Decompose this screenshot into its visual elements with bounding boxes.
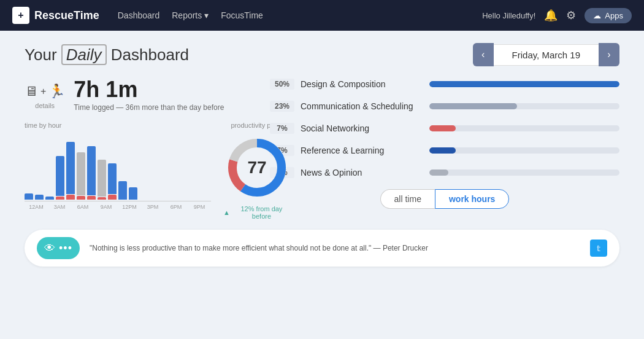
cat-bar — [429, 147, 456, 154]
nav-links: Dashboard Reports ▾ FocusTime — [118, 10, 263, 20]
cat-bar — [429, 125, 456, 131]
bar-group — [77, 152, 85, 200]
greeting: Hello Jilleduffy! — [482, 11, 535, 20]
time-detail: Time logged — 36m more than the day befo… — [74, 103, 224, 112]
bar-blue — [108, 163, 117, 194]
cat-pct: 7% — [270, 123, 294, 134]
next-date-button[interactable]: › — [599, 43, 619, 66]
eye-button[interactable]: 👁 ••• — [37, 237, 80, 259]
bar-blue — [129, 187, 137, 200]
bar-blue — [56, 156, 64, 196]
bar-red — [66, 195, 75, 200]
title-daily: Daily — [61, 44, 107, 65]
bar-group — [129, 187, 137, 200]
device-icons: 🖥 + 🏃 — [25, 79, 65, 99]
cat-name: Social Networking — [301, 123, 423, 133]
dashboard-body: 🖥 + 🏃 details 7h 1m Time logged — 36m mo… — [25, 79, 619, 220]
cat-bar — [429, 81, 619, 87]
main-content: Your Daily Dashboard ‹ Friday, March 19 … — [0, 31, 644, 279]
settings-gear-icon[interactable]: ⚙ — [566, 9, 576, 22]
quote-text: "Nothing is less productive than to make… — [90, 244, 580, 252]
left-panel: 🖥 + 🏃 details 7h 1m Time logged — 36m mo… — [25, 79, 251, 220]
bar-chart — [25, 134, 211, 201]
cat-pct: 23% — [270, 101, 294, 112]
cat-bar-wrap — [429, 147, 619, 154]
category-row: 7% Social Networking — [270, 123, 619, 134]
prev-date-button[interactable]: ‹ — [473, 43, 494, 66]
nav-reports[interactable]: Reports ▾ — [172, 10, 209, 20]
notification-bell-icon[interactable]: 🔔 — [544, 9, 558, 22]
eye-icon: 👁 — [44, 242, 55, 255]
time-labels: 12AM 3AM 6AM 9AM 12PM 3PM 6PM 9PM — [25, 204, 211, 210]
time-label: 6PM — [164, 204, 188, 210]
bar-red — [77, 196, 85, 200]
bar-blue — [45, 197, 54, 200]
brand-name: RescueTime — [34, 9, 99, 22]
apps-button[interactable]: ☁ Apps — [585, 8, 632, 23]
bar-group — [87, 146, 96, 200]
nav-focustime[interactable]: FocusTime — [221, 10, 263, 20]
cat-bar-wrap — [429, 81, 619, 87]
time-logged: 7h 1m Time logged — 36m more than the da… — [74, 79, 224, 112]
dots-icon: ••• — [59, 242, 72, 255]
bar-group — [118, 181, 127, 200]
nav-dashboard[interactable]: Dashboard — [118, 10, 160, 20]
time-label: 3PM — [141, 204, 164, 210]
time-summary: 🖥 + 🏃 details 7h 1m Time logged — 36m mo… — [25, 79, 251, 112]
twitter-button[interactable]: 𝕥 — [590, 240, 607, 257]
bar-blue — [66, 142, 75, 194]
work-hours-button[interactable]: work hours — [435, 189, 509, 209]
bar-red — [108, 195, 117, 200]
bar-red — [87, 196, 96, 200]
time-label: 3AM — [48, 204, 71, 210]
page-title: Your Daily Dashboard — [25, 45, 189, 64]
category-row: 5% News & Opinion — [270, 167, 619, 178]
time-label: 9PM — [188, 204, 211, 210]
cat-bar — [429, 170, 448, 176]
device-icons-group: 🖥 + 🏃 details — [25, 79, 65, 109]
twitter-icon: 𝕥 — [597, 244, 600, 253]
current-date: Friday, March 19 — [494, 44, 599, 66]
bar-red — [98, 197, 106, 200]
big-time: 7h 1m — [74, 79, 224, 101]
title-post: Dashboard — [111, 45, 189, 64]
bar-gray — [98, 160, 106, 197]
time-label: 12PM — [118, 204, 141, 210]
arrow-up-icon: ▲ — [223, 209, 230, 216]
cat-pct: 50% — [270, 79, 294, 90]
bar-group — [25, 193, 33, 200]
bar-red — [56, 197, 64, 200]
running-icon: 🏃 — [48, 84, 65, 99]
pulse-donut: 77 — [223, 134, 291, 201]
cat-name: Reference & Learning — [301, 146, 423, 155]
category-row: 7% Reference & Learning — [270, 145, 619, 156]
bar-group — [108, 163, 117, 200]
time-label: 9AM — [94, 204, 118, 210]
brand[interactable]: + RescueTime — [12, 7, 99, 24]
bar-blue — [87, 146, 96, 195]
cat-bar-wrap — [429, 170, 619, 176]
monitor-icon: 🖥 — [25, 84, 38, 99]
date-navigator: ‹ Friday, March 19 › — [473, 43, 619, 66]
bar-gray — [77, 152, 85, 195]
quote-bar: 👁 ••• "Nothing is less productive than t… — [25, 230, 619, 267]
bar-blue — [25, 193, 33, 200]
details-link[interactable]: details — [25, 102, 65, 109]
bar-blue — [35, 195, 44, 200]
cat-name: Design & Composition — [301, 79, 423, 89]
plus-icon: + — [40, 86, 46, 97]
cat-bar-wrap — [429, 125, 619, 131]
bar-group — [66, 142, 75, 200]
categories-list: 50% Design & Composition 23% Communicati… — [270, 79, 619, 178]
nav-right: Hello Jilleduffy! 🔔 ⚙ ☁ Apps — [482, 8, 632, 23]
pulse-score: 77 — [247, 158, 266, 177]
time-label: 6AM — [71, 204, 94, 210]
navbar: + RescueTime Dashboard Reports ▾ FocusTi… — [0, 0, 644, 31]
cloud-icon: ☁ — [593, 11, 601, 20]
category-row: 23% Communication & Scheduling — [270, 101, 619, 112]
apps-label: Apps — [605, 11, 623, 20]
all-time-button[interactable]: all time — [380, 189, 435, 209]
bar-group — [35, 195, 44, 200]
bar-group — [56, 156, 64, 200]
bar-group — [45, 197, 54, 200]
